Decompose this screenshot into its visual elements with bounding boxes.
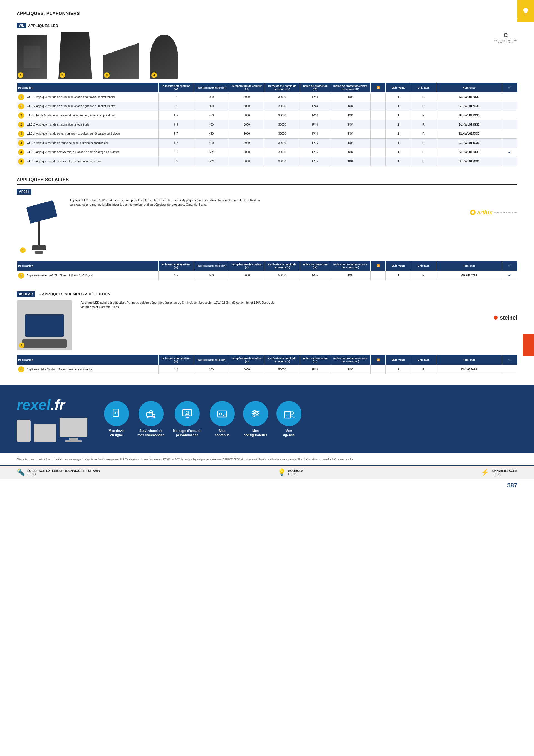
product-check <box>502 102 517 111</box>
svg-point-9 <box>186 411 189 414</box>
section-tag-ap021: AP021 <box>17 189 33 195</box>
rexel-service-item: Ma page d'accueil personnalisée <box>173 401 201 438</box>
product-temp: 3000 <box>229 138 265 148</box>
product-unit-xs: P. <box>411 365 436 374</box>
steinel-text: steinel <box>500 314 517 321</box>
table-row: 3 WL014 Applique murale cone, aluminium … <box>17 129 517 138</box>
product-ip: IP65 <box>300 157 330 166</box>
side-tab <box>523 334 534 356</box>
rexel-service-label: Ma page d'accueil personnalisée <box>173 429 201 438</box>
table-row: 1 Applique solaire Xsolar L-S avec détec… <box>17 365 517 374</box>
ref-value: SLHWL013G30 <box>459 123 479 126</box>
th-ip: Indice de protection (IP) <box>300 83 330 93</box>
th-ik-xs: Indice de protection contre les chocs (I… <box>330 355 370 365</box>
rexel-logo-area: rexel.fr <box>17 396 87 442</box>
product-mult-xs: 1 <box>386 365 411 374</box>
product-power: 6,5 <box>158 120 193 129</box>
product-flux: 920 <box>193 102 229 111</box>
ref-value: SLHWL014G30 <box>459 141 479 145</box>
th-ref: Référence <box>436 83 502 93</box>
xsolar-image: 1 <box>17 300 72 350</box>
product-power: 6,5 <box>158 111 193 120</box>
bottom-nav-item-0[interactable]: 🔦 ÉCLAIRAGE EXTÉRIEUR TECHNIQUE ET URBAI… <box>17 469 100 476</box>
product-mult: 1 <box>386 157 411 166</box>
svg-rect-23 <box>285 411 291 418</box>
th-ik-ap: Indice de protection contre les chocs (I… <box>330 261 370 271</box>
product-temp-xs: 3000 <box>229 365 265 374</box>
th-mult: Mult. vente <box>386 83 411 93</box>
product-temp: 3000 <box>229 120 265 129</box>
rexel-service-icon-0[interactable]: € <box>104 401 129 426</box>
ref-value: SLHWL012X30 <box>459 95 479 98</box>
product-power: 5,7 <box>158 129 193 138</box>
rexel-service-item: €Mes devis en ligne <box>104 401 129 438</box>
bottom-nav-page-1: P. 615 <box>288 472 303 476</box>
th-power-ap: Puissance du système (W) <box>158 261 193 271</box>
rexel-service-label: Mes configurateurs <box>244 429 267 438</box>
bottom-nav-title-2: APPAREILLAGES <box>492 469 517 472</box>
product-power: 11 <box>158 102 193 111</box>
xsolar-description: Applique LED solaire à détection. Pannea… <box>81 300 275 310</box>
product-mult: 1 <box>386 138 411 148</box>
th-wifi: 📶 <box>370 83 386 93</box>
th-unit-xs: Unit. fact. <box>411 355 436 365</box>
rexel-service-icon-1[interactable] <box>139 401 164 426</box>
product-name: 3 WL014 Applique murale cone, aluminium … <box>17 129 159 138</box>
product-ip: IP44 <box>300 111 330 120</box>
bottom-nav-item-2[interactable]: ⚡ APPAREILLAGES P. 633 <box>481 469 517 476</box>
bottom-nav-text-1: SOURCES P. 615 <box>288 469 303 476</box>
product-name-ap: 1 Applique murale - AP021 - Noire - Lith… <box>17 271 159 280</box>
tag-box-wl: WL <box>17 23 26 28</box>
artlux-logo: artlux LA LUMIÈRE SOLAIRE <box>470 209 518 216</box>
product-ref: SLHWL012G30 <box>436 102 502 111</box>
rexel-service-icon-3[interactable] <box>210 401 235 426</box>
product-ip: IP65 <box>300 148 330 157</box>
product-temp: 3000 <box>229 148 265 157</box>
table-row: 2 WL013 Applique murale en aluminium ano… <box>17 120 517 129</box>
product-designation: WL012 Applique murale en aluminium anodi… <box>27 105 115 108</box>
th-mult-ap: Mult. vente <box>386 261 411 271</box>
product-life: 30000 <box>265 111 300 120</box>
steinel-logo-area: steinel <box>81 314 517 321</box>
product-wifi <box>370 93 386 102</box>
product-designation: WL014 Applique murale en forme de cone, … <box>27 141 109 145</box>
check-icon: ✓ <box>508 150 511 154</box>
svg-point-7 <box>150 412 152 413</box>
rexel-service-icon-2[interactable] <box>175 401 200 426</box>
product-flux: 1220 <box>193 157 229 166</box>
product-power: 11 <box>158 93 193 102</box>
row-number: 4 <box>18 149 24 155</box>
product-name: 1 WL012 Applique murale en aluminium ano… <box>17 93 159 102</box>
th-cart-xs: 🛒 <box>502 355 517 365</box>
product-ip: IP65 <box>300 138 330 148</box>
product-wifi <box>370 129 386 138</box>
xsolar-desc-area: 1 Applique LED solaire à détection. Pann… <box>17 300 517 350</box>
svg-point-5 <box>147 416 149 418</box>
product-img-3: 3 <box>103 43 139 79</box>
product-flux: 450 <box>193 138 229 148</box>
tag-label-wl: APPLIQUES LED <box>28 24 59 28</box>
ref-value: DHL085698 <box>461 368 477 371</box>
bottom-nav-icon-0: 🔦 <box>17 469 25 476</box>
product-ik-ap: IK05 <box>330 271 370 280</box>
product-ik: IK04 <box>330 102 370 111</box>
rexel-service-icon-4[interactable] <box>243 401 268 426</box>
bottom-nav-item-1[interactable]: 💡 SOURCES P. 615 <box>278 469 303 476</box>
product-wifi-ap <box>370 271 386 280</box>
ap021-image: 1 <box>17 198 61 256</box>
rexel-service-label: Mes devis en ligne <box>109 429 124 438</box>
product-flux: 920 <box>193 93 229 102</box>
product-ref-ap: ARX410219 <box>436 271 502 280</box>
product-designation: WL012 Applique murale en aluminium anodi… <box>27 95 115 98</box>
table-row: 4 WL015 Applique murale demi-cercle, alu… <box>17 148 517 157</box>
top-tab <box>517 0 534 22</box>
product-check <box>502 93 517 102</box>
rexel-service-icon-5[interactable] <box>276 401 301 426</box>
product-ik-xs: IK03 <box>330 365 370 374</box>
ap021-description: Applique LED solaire 100% autonome idéal… <box>69 198 264 207</box>
rexel-service-item: Mes configurateurs <box>243 401 268 438</box>
product-wifi <box>370 111 386 120</box>
product-unit: P. <box>411 138 436 148</box>
steinel-logo: steinel <box>494 314 517 321</box>
ref-value: SLHWL014X30 <box>459 132 479 135</box>
